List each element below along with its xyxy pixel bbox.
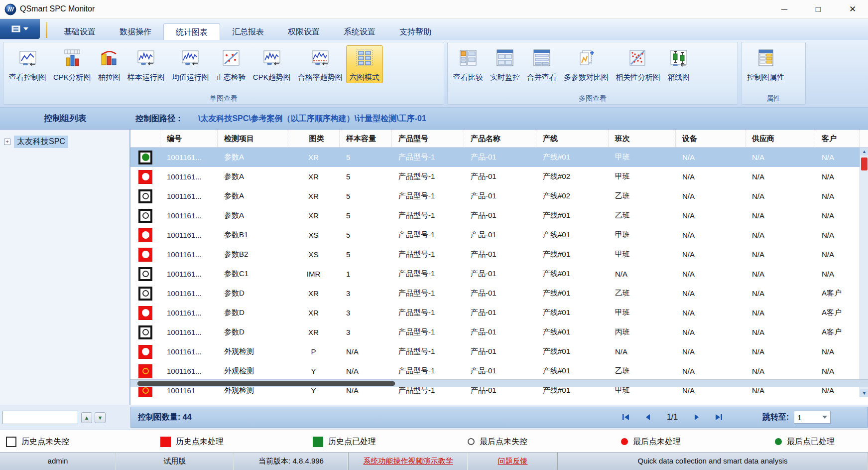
red-dot-icon bbox=[138, 306, 152, 320]
ribbon-button-控制图属性[interactable]: 控制图属性 bbox=[744, 45, 788, 83]
table-row[interactable]: 1001161...参数DXR3产品型号-1产品-01产线#01乙班N/AN/A… bbox=[130, 284, 868, 303]
vertical-scrollbar[interactable]: ▲ ▼ bbox=[860, 148, 868, 397]
app-menu-button[interactable] bbox=[0, 19, 40, 39]
table-row[interactable]: 1001161...外观检测PN/A产品型号-1产品-01产线#01N/AN/A… bbox=[130, 342, 868, 361]
footer-band: ▲ ▼ 控制图数量: 44 1/1 跳转至: bbox=[0, 405, 868, 430]
find-prev-button[interactable]: ▲ bbox=[81, 412, 92, 423]
ribbon-button-多参数对比图[interactable]: 多参数对比图 bbox=[560, 45, 612, 83]
cell-product: 产品-01 bbox=[464, 347, 536, 356]
tree-node-label[interactable]: 太友科技SPC bbox=[14, 136, 68, 148]
table-row[interactable]: 1001161...参数AXR5产品型号-1产品-01产线#01甲班N/AN/A… bbox=[130, 148, 868, 167]
vertical-scroll-thumb[interactable] bbox=[861, 157, 868, 170]
legend-label: 历史点已处理 bbox=[328, 437, 376, 447]
ribbon-button-合并查看[interactable]: 合并查看 bbox=[523, 45, 560, 83]
column-header-图类[interactable]: 图类 bbox=[287, 130, 340, 147]
ribbon-button-label: 多参数对比图 bbox=[564, 73, 609, 82]
cell-chart_type: XR bbox=[287, 153, 340, 161]
cell-line: 产线#02 bbox=[536, 172, 609, 181]
scroll-up-icon[interactable]: ▲ bbox=[860, 148, 868, 156]
column-header-设备[interactable]: 设备 bbox=[676, 130, 745, 147]
ribbon-button-查看控制图[interactable]: 查看控制图 bbox=[5, 45, 50, 83]
column-header-班次[interactable]: 班次 bbox=[609, 130, 676, 147]
cell-supplier: N/A bbox=[745, 211, 815, 220]
cell-shift: 甲班 bbox=[609, 250, 676, 259]
application-window: QSmart SPC Monitor ─ □ ✕ 基础设置数据操作统计图表汇总报… bbox=[0, 0, 868, 470]
ribbon-button-样本运行图[interactable]: 样本运行图 bbox=[124, 45, 168, 83]
tab-基础设置[interactable]: 基础设置 bbox=[52, 23, 108, 40]
ribbon-button-柏拉图[interactable]: 柏拉图 bbox=[95, 45, 124, 83]
first-page-button[interactable] bbox=[619, 410, 633, 424]
next-page-button[interactable] bbox=[690, 410, 704, 424]
status-link[interactable]: 系统功能操作视频演示教学 bbox=[349, 453, 468, 470]
ribbon-button-查看比较[interactable]: 查看比较 bbox=[450, 45, 487, 83]
close-button[interactable]: ✕ bbox=[841, 0, 864, 19]
ribbon-button-实时监控[interactable]: 实时监控 bbox=[487, 45, 523, 83]
ribbon-button-合格率趋势图[interactable]: 合格率趋势图 bbox=[294, 45, 346, 83]
column-header-产品型号[interactable]: 产品型号 bbox=[392, 130, 464, 147]
tree-node-root[interactable]: + 太友科技SPC bbox=[0, 130, 129, 148]
cell-device: N/A bbox=[676, 367, 745, 375]
table-row[interactable]: 1001161...参数B2XS5产品型号-1产品-01产线#01甲班N/AN/… bbox=[130, 245, 868, 264]
find-next-button[interactable]: ▼ bbox=[95, 412, 106, 423]
table-row[interactable]: 1001161...参数AXR5产品型号-1产品-01产线#02甲班N/AN/A… bbox=[130, 167, 868, 186]
column-header-客户[interactable]: 客户 bbox=[815, 130, 860, 147]
minimize-button[interactable]: ─ bbox=[773, 0, 796, 19]
tab-数据操作[interactable]: 数据操作 bbox=[108, 23, 163, 40]
tree-expander-icon[interactable]: + bbox=[4, 139, 10, 145]
tab-支持帮助[interactable]: 支持帮助 bbox=[387, 23, 443, 40]
status-cell bbox=[130, 170, 160, 184]
cell-sample_size: 1 bbox=[340, 270, 392, 278]
ribbon-button-六图模式[interactable]: 六图模式 bbox=[346, 45, 383, 83]
table-row[interactable]: 1001161...参数AXR5产品型号-1产品-01产线#02乙班N/AN/A… bbox=[130, 186, 868, 206]
ribbon-button-正态检验[interactable]: 正态检验 bbox=[213, 45, 249, 83]
table-row[interactable]: 1001161...外观检测YN/A产品型号-1产品-01产线#01乙班N/AN… bbox=[130, 361, 868, 381]
cell-item: 外观检测 bbox=[218, 386, 287, 395]
maximize-button[interactable]: □ bbox=[807, 0, 830, 19]
last-page-button[interactable] bbox=[712, 410, 726, 424]
cell-sample_size: 5 bbox=[340, 231, 392, 239]
column-header-编号[interactable]: 编号 bbox=[160, 130, 218, 147]
table-row[interactable]: 1001161...参数AXR5产品型号-1产品-01产线#01乙班N/AN/A… bbox=[130, 206, 868, 225]
cell-device: N/A bbox=[676, 347, 745, 356]
jump-to-select[interactable]: 1 bbox=[794, 411, 831, 424]
dropdown-arrow-icon bbox=[822, 416, 827, 419]
horizontal-scrollbar[interactable] bbox=[130, 379, 868, 387]
ribbon-button-CPK分析图[interactable]: CPK分析图 bbox=[50, 45, 95, 83]
cell-product: 产品-01 bbox=[464, 172, 536, 181]
cell-item: 参数A bbox=[218, 211, 287, 220]
cell-sample_size: 5 bbox=[340, 153, 392, 161]
status-link[interactable]: 问题反馈 bbox=[468, 453, 558, 470]
tab-系统设置[interactable]: 系统设置 bbox=[332, 23, 387, 40]
horizontal-scroll-thumb[interactable] bbox=[137, 381, 395, 386]
tab-权限设置[interactable]: 权限设置 bbox=[276, 23, 332, 40]
ribbon-button-CPK趋势图[interactable]: CPK趋势图 bbox=[249, 45, 294, 83]
ribbon-button-均值运行图[interactable]: 均值运行图 bbox=[168, 45, 213, 83]
ribbon-button-箱线图[interactable]: 箱线图 bbox=[664, 45, 693, 83]
table-row[interactable]: 1001161...参数DXR3产品型号-1产品-01产线#01甲班N/AN/A… bbox=[130, 303, 868, 322]
table-row[interactable]: 1001161...参数DXR3产品型号-1产品-01产线#01丙班N/AN/A… bbox=[130, 322, 868, 342]
cell-chart_type: XS bbox=[287, 250, 340, 259]
column-header-status[interactable] bbox=[130, 130, 160, 147]
cell-shift: 甲班 bbox=[609, 172, 676, 181]
search-input[interactable] bbox=[2, 411, 78, 424]
correlation-icon bbox=[628, 48, 647, 69]
table-row[interactable]: 1001161...参数B1XS5产品型号-1产品-01产线#01甲班N/AN/… bbox=[130, 225, 868, 245]
column-header-检测项目[interactable]: 检测项目 bbox=[218, 130, 287, 147]
column-header-产品名称[interactable]: 产品名称 bbox=[464, 130, 536, 147]
cell-device: N/A bbox=[676, 270, 745, 278]
tab-汇总报表[interactable]: 汇总报表 bbox=[220, 23, 276, 40]
ribbon-button-相关性分析图[interactable]: 相关性分析图 bbox=[612, 45, 664, 83]
prev-page-button[interactable] bbox=[641, 410, 655, 424]
cell-item: 参数C1 bbox=[218, 269, 287, 279]
red-dot-icon bbox=[138, 248, 152, 262]
ribbon-button-label: 箱线图 bbox=[667, 73, 690, 82]
table-row[interactable]: 1001161...参数C1IMR1产品型号-1产品-01产线#01N/AN/A… bbox=[130, 264, 868, 284]
column-header-样本容量[interactable]: 样本容量 bbox=[340, 130, 392, 147]
status-cell: 当前版本: 4.8.4.996 bbox=[234, 453, 349, 470]
scroll-down-icon[interactable]: ▼ bbox=[860, 389, 868, 397]
column-header-供应商[interactable]: 供应商 bbox=[745, 130, 815, 147]
column-header-产线[interactable]: 产线 bbox=[536, 130, 609, 147]
tab-统计图表[interactable]: 统计图表 bbox=[163, 23, 220, 40]
cell-product: 产品-01 bbox=[464, 211, 536, 220]
six-chart-icon bbox=[355, 48, 374, 69]
